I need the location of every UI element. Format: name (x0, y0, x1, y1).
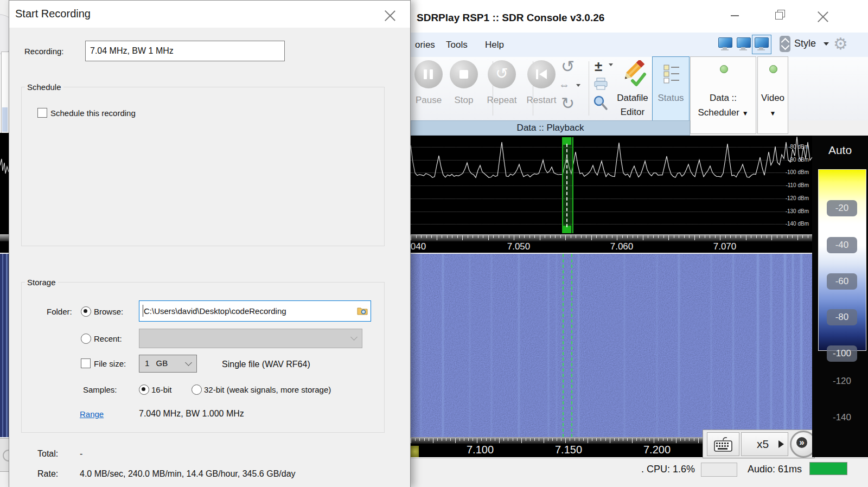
ruler-tick (782, 235, 782, 238)
tick-band (411, 234, 812, 241)
ruler-tick (575, 438, 575, 441)
start-recording-dialog: Start Recording Recording: Schedule Sche… (9, 0, 411, 487)
ruler-tick (684, 235, 685, 238)
datafile-editor-button[interactable]: Datafile (614, 93, 652, 104)
maximize-button[interactable] (770, 9, 787, 22)
menu-item-tools[interactable]: Tools (446, 40, 468, 50)
monitor-3-icon[interactable] (755, 37, 769, 50)
browse-radio[interactable] (81, 306, 91, 317)
ruler-tick (808, 235, 808, 238)
style-button[interactable]: Style (794, 38, 816, 49)
keyboard-button[interactable] (707, 432, 739, 456)
ruler-tick (792, 235, 793, 238)
ruler-tick (416, 235, 417, 238)
video-panel[interactable]: Video ▼ (757, 56, 788, 134)
recording-input[interactable] (85, 41, 285, 61)
ruler-tick (462, 235, 463, 240)
undo-icon[interactable]: ↺ (561, 57, 575, 76)
ruler-tick (539, 438, 539, 441)
datafile-editor-button-line2[interactable]: Editor (614, 107, 652, 118)
plus-minus-button[interactable]: ± (595, 58, 602, 75)
stop-button[interactable]: Stop (445, 95, 483, 106)
monitor-1-icon[interactable] (718, 37, 732, 50)
range-link[interactable]: Range (80, 409, 104, 419)
ruler-tick (581, 235, 582, 238)
samples-32bit-radio[interactable] (192, 385, 202, 395)
monitor-2-icon[interactable] (737, 37, 751, 50)
ruler-tick (720, 235, 720, 240)
minimize-button[interactable] (727, 9, 743, 22)
folder-label: Folder: (47, 307, 72, 316)
ruler-tick (415, 438, 416, 441)
ruler-tick (561, 438, 561, 441)
ruler-tick (477, 438, 477, 443)
background-waterfall-strip (0, 254, 9, 437)
ruler-tick (426, 235, 427, 238)
style-caret-icon[interactable] (824, 42, 829, 46)
recent-radio[interactable] (81, 334, 91, 344)
ruler-tick (450, 438, 451, 441)
pause-button[interactable]: Pause (410, 95, 448, 106)
menu-item-memories[interactable]: ories (415, 40, 435, 50)
spectrum-frequency-ruler[interactable]: 0407.0507.0607.070 (411, 234, 812, 253)
cpu-progress-box (701, 463, 737, 477)
ruler-tick (623, 438, 623, 441)
printer-icon[interactable] (593, 78, 609, 91)
palette-scale-label: -40 (827, 237, 857, 253)
span-arrows-caret-icon[interactable] (576, 84, 580, 87)
data-scheduler-panel[interactable]: Data :: Scheduler ▼ (690, 56, 756, 134)
resize-chevrons-icon[interactable] (780, 36, 790, 52)
close-icon (385, 9, 395, 20)
schedule-group-label: Schedule (25, 82, 63, 92)
ruler-tick (550, 235, 551, 238)
waterfall-display[interactable] (411, 254, 812, 437)
magnifier-icon[interactable] (592, 95, 609, 111)
schedule-checkbox[interactable] (37, 108, 47, 118)
gear-icon[interactable]: ⚙ (833, 34, 848, 53)
rate-value: 4.0 MB/sec, 240.0 MB/min, 14.4 GB/hour, … (80, 469, 296, 479)
ruler-tick (663, 438, 663, 441)
background-dial (0, 14, 9, 54)
ruler-tick (694, 235, 695, 240)
file-size-checkbox[interactable] (81, 358, 91, 368)
folder-path-input[interactable]: C:\Users\david\Desktop\codeRecording (139, 300, 371, 322)
plus-minus-caret-icon[interactable] (609, 63, 613, 66)
span-arrows-icon[interactable]: ⇔ (559, 79, 570, 91)
menu-item-help[interactable]: Help (485, 40, 504, 50)
samples-label: Samples: (83, 385, 117, 394)
waterfall-signal-streak (518, 254, 520, 437)
ruler-tick (513, 438, 513, 441)
recording-range-marker[interactable] (562, 137, 573, 233)
ruler-tick (715, 235, 716, 238)
palette-scale-label: -100 (827, 345, 857, 362)
waterfall-signal-streak (784, 254, 786, 437)
dialog-close-button[interactable] (384, 8, 397, 21)
spectrum-display[interactable]: -80 dBm-90 dBm-100 dBm-110 dBm-120 dBm-1… (411, 136, 812, 234)
ruler-tick (607, 235, 607, 238)
status-button[interactable]: Status (652, 56, 690, 121)
ruler-tick (555, 235, 556, 238)
ruler-tick (446, 438, 446, 441)
ruler-tick (478, 235, 478, 238)
sdr-console-app: SDRPlay RSP1 :: SDR Console v3.0.26 orie… (0, 0, 868, 487)
speed-x5-button[interactable]: x5 (741, 432, 788, 456)
ruler-tick (452, 235, 452, 238)
file-size-dropdown[interactable]: 1 GB (139, 355, 197, 373)
repeat-button[interactable]: Repeat (483, 95, 521, 106)
background-scroll-thumb (2, 107, 8, 132)
redo-icon[interactable]: ↻ (561, 94, 575, 113)
ruler-tick (596, 235, 597, 238)
waterfall-signal-streak (678, 254, 680, 437)
minimize-icon (731, 15, 739, 16)
dialog-titlebar: Start Recording (9, 1, 410, 28)
ruler-tick (698, 438, 699, 443)
ruler-tick (756, 235, 757, 238)
samples-16bit-radio[interactable] (139, 385, 149, 395)
close-button[interactable] (815, 9, 831, 22)
frequency-label: 7.060 (610, 241, 634, 252)
total-label: Total: (37, 449, 58, 459)
recent-dropdown[interactable] (139, 329, 362, 348)
browse-folder-icon[interactable] (357, 306, 368, 316)
restart-button[interactable]: Restart (522, 95, 560, 106)
fast-forward-icon: » (796, 437, 807, 448)
